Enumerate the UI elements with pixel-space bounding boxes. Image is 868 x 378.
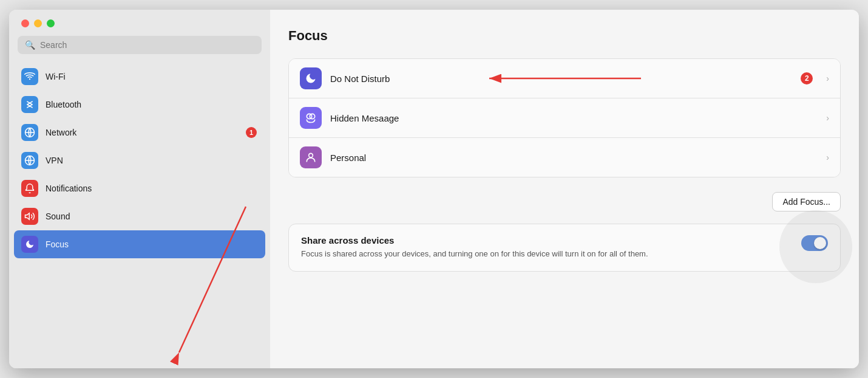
focus-list: Do Not Disturb 2 › <box>288 58 841 177</box>
add-focus-button[interactable]: Add Focus... <box>772 192 841 211</box>
sidebar-item-wifi-label: Wi-Fi <box>46 72 66 81</box>
sidebar-item-sound[interactable]: Sound <box>14 202 265 230</box>
svg-point-8 <box>309 153 313 157</box>
sidebar-item-sound-label: Sound <box>46 211 70 221</box>
hidden-message-chevron: › <box>826 113 829 123</box>
share-title: Share across devices <box>301 235 793 246</box>
hidden-message-icon <box>300 107 322 129</box>
sound-icon <box>21 208 38 225</box>
sidebar-item-focus[interactable]: Focus <box>14 230 265 258</box>
network-icon <box>21 124 38 141</box>
svg-point-0 <box>29 78 30 80</box>
bluetooth-icon <box>21 96 38 113</box>
system-preferences-window: 🔍 Wi-Fi <box>9 10 859 368</box>
sidebar-items: Wi-Fi Bluetooth Netwo <box>9 63 270 368</box>
do-not-disturb-chevron: › <box>826 74 829 83</box>
do-not-disturb-icon <box>300 67 322 89</box>
personal-label: Personal <box>330 153 818 163</box>
sidebar-item-wifi[interactable]: Wi-Fi <box>14 63 265 91</box>
wifi-icon <box>21 68 38 85</box>
share-description: Focus is shared across your devices, and… <box>301 248 793 260</box>
sidebar-item-notifications[interactable]: Notifications <box>14 174 265 202</box>
do-not-disturb-label: Do Not Disturb <box>330 74 792 84</box>
do-not-disturb-badge: 2 <box>801 72 813 84</box>
search-bar[interactable]: 🔍 <box>18 36 262 54</box>
network-badge: 1 <box>246 127 257 138</box>
sidebar-item-vpn-label: VPN <box>46 156 63 165</box>
page-title: Focus <box>288 28 841 44</box>
main-content: Focus Do Not Disturb <box>270 10 859 368</box>
focus-item-hidden-message[interactable]: Hidden Mesaage › <box>289 98 840 138</box>
notifications-icon <box>21 180 38 197</box>
close-button[interactable] <box>21 19 29 27</box>
search-input[interactable] <box>40 40 254 50</box>
personal-icon <box>300 146 322 168</box>
sidebar: 🔍 Wi-Fi <box>9 10 270 368</box>
focus-sidebar-icon <box>21 236 38 253</box>
watermark <box>779 210 852 283</box>
sidebar-item-focus-label: Focus <box>46 239 69 249</box>
share-section: Share across devices Focus is shared acr… <box>288 224 841 272</box>
sidebar-item-vpn[interactable]: VPN <box>14 146 265 174</box>
svg-marker-3 <box>25 213 30 220</box>
add-focus-row: Add Focus... <box>288 192 841 211</box>
minimize-button[interactable] <box>34 19 42 27</box>
share-text: Share across devices Focus is shared acr… <box>301 235 793 260</box>
focus-item-personal[interactable]: Personal › <box>289 138 840 177</box>
search-icon: 🔍 <box>25 40 35 50</box>
sidebar-item-bluetooth-label: Bluetooth <box>46 100 81 109</box>
vpn-icon <box>21 152 38 169</box>
sidebar-item-network[interactable]: Network 1 <box>14 119 265 146</box>
sidebar-item-bluetooth[interactable]: Bluetooth <box>14 91 265 119</box>
titlebar <box>9 10 270 36</box>
sidebar-item-network-label: Network <box>46 128 76 137</box>
sidebar-item-notifications-label: Notifications <box>46 184 92 193</box>
maximize-button[interactable] <box>47 19 55 27</box>
focus-item-do-not-disturb[interactable]: Do Not Disturb 2 › <box>289 59 840 98</box>
personal-chevron: › <box>826 153 829 162</box>
hidden-message-label: Hidden Mesaage <box>330 113 818 123</box>
